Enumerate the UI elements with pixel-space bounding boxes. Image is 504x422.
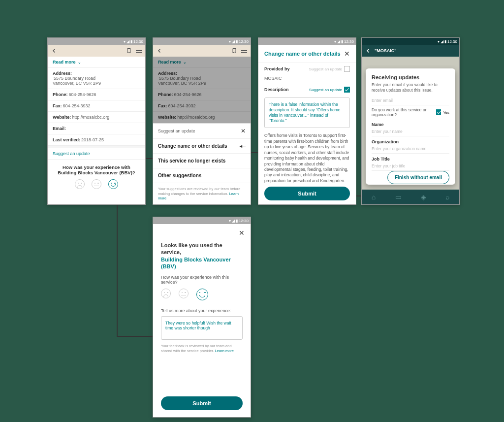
name-field[interactable]: Enter your name [372, 127, 449, 136]
breadcrumb: "MOSAIC" [375, 48, 456, 53]
page-title: Change name or other details [264, 51, 341, 57]
fax-value: 604-254-3932 [63, 103, 91, 108]
bookmark-icon[interactable] [126, 47, 132, 54]
status-bar: ▾ ◢ ▮ 12:30 [48, 38, 145, 45]
email-field[interactable]: Enter email [372, 96, 449, 105]
connector-line [117, 205, 118, 336]
battery-icon: ▮ [236, 39, 238, 44]
close-icon[interactable]: ✕ [239, 229, 245, 237]
learn-more-link[interactable]: Learn more [215, 349, 234, 353]
yes-label: Yes [443, 110, 449, 115]
face-happy-selected[interactable] [196, 289, 208, 300]
status-bar: ▾ ◢ ▮ 12:30 [258, 38, 356, 45]
screen-header: Change name or other details ✕ [258, 45, 356, 63]
screen-service-detail-sheet: ▾ ◢ ▮ 12:30 Read more⌄ Address: 5575 Bou… [153, 37, 251, 205]
phone-row: Phone: 604-254-9626 [48, 89, 145, 100]
content: Change name or other details ✕ Provided … [258, 45, 356, 204]
status-time: 12:30 [239, 219, 249, 223]
email-row: Email: [48, 123, 145, 134]
battery-icon: ▮ [444, 39, 446, 44]
correction-input[interactable]: There is a false information within the … [264, 97, 350, 128]
suggest-update-link[interactable]: Suggest an update [48, 148, 145, 159]
connector-line [356, 195, 361, 196]
close-icon[interactable]: ✕ [344, 50, 350, 58]
face-sad[interactable] [161, 289, 171, 298]
work-here-label: Do you work at this service or organizat… [372, 107, 436, 117]
provided-by-value: MOSAIC [258, 75, 356, 84]
feedback-textarea[interactable]: They were so helpful! Wish the wait time… [161, 316, 243, 340]
status-time: 12:30 [344, 39, 354, 44]
bookmark-icon[interactable] [231, 47, 238, 54]
signal-icon: ◢ [126, 39, 129, 44]
face-neutral[interactable] [179, 289, 189, 298]
back-icon[interactable] [51, 47, 58, 54]
face-neutral[interactable] [92, 179, 101, 189]
topbar [153, 45, 251, 57]
sheet-item-other[interactable]: Other suggestions [153, 168, 251, 183]
work-here-row: Do you work at this service or organizat… [372, 107, 449, 117]
status-bar: ▾ ◢ ▮ 12:30 [153, 217, 251, 224]
face-sad[interactable] [75, 179, 85, 189]
status-time: 12:30 [133, 39, 143, 44]
website-row: Website: http://mosaicbc.org [48, 111, 145, 123]
submit-button[interactable]: Submit [161, 396, 243, 410]
sheet-note: Your suggestions are reviewed by our tea… [153, 183, 251, 204]
checkbox-checked-icon[interactable] [436, 109, 441, 115]
connector-line [251, 152, 258, 153]
finish-without-email-button[interactable]: Finish without email [387, 171, 449, 184]
home-icon[interactable]: ⌂ [372, 193, 376, 201]
sheet-item-change-details[interactable]: Change name or other details ◂─ [153, 138, 251, 153]
sheet-item-no-longer-exists[interactable]: This service no longer exists [153, 153, 251, 168]
content: Receiving updates Enter your email if yo… [362, 57, 459, 204]
menu-icon[interactable] [241, 47, 248, 54]
back-icon[interactable] [156, 47, 163, 54]
close-row: ✕ [153, 224, 251, 237]
screen-change-details: ▾ ◢ ▮ 12:30 Change name or other details… [258, 37, 356, 205]
dialog-card: Receiving updates Enter your email if yo… [366, 68, 455, 185]
bookmark-tab-icon[interactable]: ◈ [421, 193, 426, 201]
wifi-icon: ▾ [438, 39, 440, 44]
wifi-icon: ▾ [124, 39, 126, 44]
feedback-note: Your feedback is reviewed by our team an… [161, 344, 243, 354]
description-row: Description Suggest an update [258, 84, 356, 96]
description-label: Description [264, 87, 289, 92]
screen-service-detail: ▾ ◢ ▮ 12:30 Read more⌄ Address: 5575 Bou… [47, 37, 146, 205]
status-time: 12:30 [447, 39, 457, 44]
battery-icon: ▮ [341, 39, 343, 44]
phone-label: Phone: [53, 92, 68, 97]
read-more-link[interactable]: Read more⌄ [48, 57, 145, 67]
website-value: http://mosaicbc.org [72, 115, 109, 120]
dialog-title: Receiving updates [372, 74, 449, 80]
tell-us-more-label: Tell us more about your experience: [161, 308, 243, 313]
website-label: Website: [53, 115, 71, 120]
face-happy-selected[interactable] [108, 179, 118, 189]
wifi-icon: ▾ [229, 219, 231, 223]
face-picker [161, 289, 243, 300]
topbar [48, 45, 145, 57]
bottom-sheet: Suggest an update ✕ Change name or other… [153, 123, 251, 204]
experience-question: How was your experience with Building Bl… [48, 159, 145, 194]
organization-label: Organization [372, 139, 449, 144]
topbar: "MOSAIC" [362, 45, 459, 57]
status-bar: ▾ ◢ ▮ 12:30 [153, 38, 251, 45]
lastverified-label: Last verified: [53, 137, 80, 142]
jobtitle-label: Job Title [372, 157, 449, 162]
lastverified-row: Last verified: 2018-07-25 [48, 134, 145, 145]
close-icon[interactable]: ✕ [241, 128, 246, 134]
sheet-header: Suggest an update ✕ [153, 124, 251, 138]
organization-field[interactable]: Enter your organization name [372, 144, 449, 154]
jobtitle-field[interactable]: Enter your job title [372, 162, 449, 171]
submit-button[interactable]: Submit [264, 187, 350, 200]
wifi-icon: ▾ [229, 39, 231, 44]
signal-icon: ◢ [337, 39, 340, 44]
description-body: Offers home visits in Toronto to support… [258, 130, 356, 183]
menu-icon[interactable] [135, 47, 142, 54]
back-icon[interactable] [365, 47, 372, 54]
feedback-question: How was your experience with this servic… [161, 275, 243, 285]
wifi-icon: ▾ [334, 39, 336, 44]
suggest-toggle-off[interactable]: Suggest an update [309, 66, 350, 72]
search-icon[interactable]: ⌕ [445, 193, 449, 201]
book-icon[interactable]: ▭ [395, 193, 402, 201]
dialog-intro: Enter your email if you would like to re… [372, 82, 449, 93]
suggest-toggle-on[interactable]: Suggest an update [309, 87, 350, 93]
